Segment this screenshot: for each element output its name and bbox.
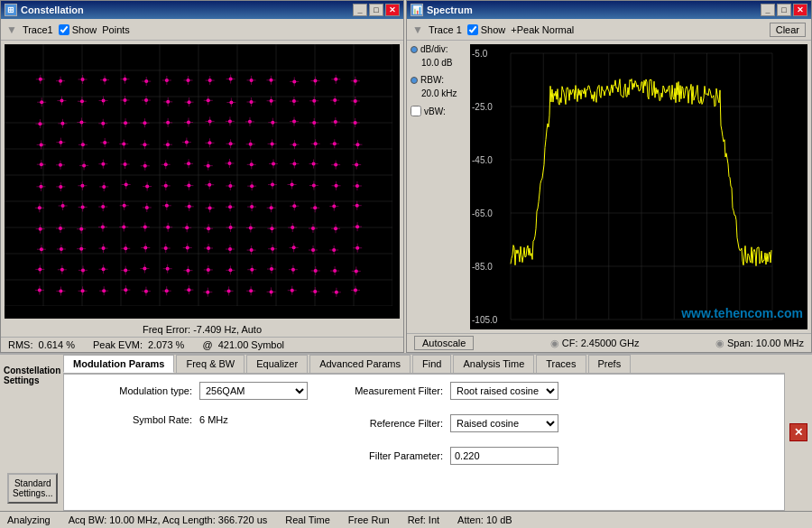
- atten-label: Atten: 10 dB: [457, 514, 512, 525]
- db-div-value: 10.0 dB: [411, 58, 466, 68]
- close-button[interactable]: ✕: [385, 4, 400, 16]
- filter-param-row: Filter Parameter:: [326, 447, 558, 465]
- analyzing-label: Analyzing: [7, 514, 51, 525]
- mod-type-label: Modulation type:: [75, 385, 192, 396]
- constellation-canvas: [5, 44, 400, 319]
- symbol-rate-value: 6 MHz: [199, 414, 228, 425]
- ref-filter-select[interactable]: Raised cosineRoot raised cosineNone: [450, 414, 558, 432]
- main-container: ⊞ Constellation _ □ ✕ ▼ Trace1 Show Poin…: [0, 0, 812, 528]
- spectrum-main: dB/div: 10.0 dB RBW: 20.0 kHz vBW: w: [407, 41, 811, 333]
- meas-filter-label: Measurement Filter:: [326, 385, 443, 396]
- points-label: Points: [102, 24, 130, 35]
- spec-minimize-button[interactable]: _: [761, 4, 775, 16]
- constellation-title: Constellation: [21, 5, 84, 15]
- constellation-settings-label: Constellation Settings: [4, 366, 60, 385]
- peak-evm-status: Peak EVM: 2.073 %: [93, 339, 184, 350]
- span-label: ◉ Span: 10.00 MHz: [715, 338, 804, 349]
- close-panel-button[interactable]: ✕: [789, 423, 807, 441]
- freq-error-label: Freq Error: -7.409 Hz, Auto: [1, 322, 403, 337]
- tab-advanced-params[interactable]: Advanced Params: [309, 355, 411, 373]
- constellation-toolbar: ▼ Trace1 Show Points: [1, 19, 403, 41]
- ref-filter-label: Reference Filter:: [326, 418, 443, 429]
- acq-bw-label: Acq BW: 10.00 MHz, Acq Length: 366.720 u…: [69, 514, 268, 525]
- spec-close-button[interactable]: ✕: [793, 4, 807, 16]
- main-tabs-area: Modulation ParamsFreq & BWEqualizerAdvan…: [63, 355, 785, 510]
- vbw-checkbox-label[interactable]: vBW:: [411, 106, 466, 116]
- spec-expand-icon[interactable]: ▼: [412, 23, 423, 36]
- spectrum-icon: 📊: [411, 4, 423, 16]
- db-div-radio[interactable]: dB/div:: [411, 44, 466, 54]
- modulation-params-form: Modulation type: 256QAM64QAM16QAMQPSKBPS…: [75, 382, 773, 474]
- tabs-row: Modulation ParamsFreq & BWEqualizerAdvan…: [63, 355, 785, 374]
- vbw-checkbox[interactable]: [411, 106, 421, 116]
- standard-btn-area: Standard Settings...: [4, 469, 60, 507]
- rms-label: RMS: 0.614 %: [8, 339, 75, 350]
- meas-filter-row: Measurement Filter: Root raised cosineRa…: [326, 382, 558, 400]
- constellation-title-bar: ⊞ Constellation _ □ ✕: [1, 1, 403, 19]
- meas-filter-select[interactable]: Root raised cosineRaised cosineNone: [450, 382, 558, 400]
- ref-filter-row: Reference Filter: Raised cosineRoot rais…: [326, 414, 558, 432]
- cf-label: ◉ CF: 2.45000 GHz: [550, 338, 640, 349]
- symbol-rate-label: Symbol Rate:: [75, 414, 192, 425]
- spectrum-toolbar: ▼ Trace 1 Show +Peak Normal Clear: [407, 19, 811, 41]
- filter-param-input[interactable]: [450, 447, 558, 465]
- spectrum-win-controls[interactable]: _ □ ✕: [761, 4, 807, 16]
- filter-param-label: Filter Parameter:: [326, 450, 443, 461]
- tab-freq-&-bw[interactable]: Freq & BW: [176, 355, 245, 373]
- right-form-col: Measurement Filter: Root raised cosineRa…: [326, 382, 558, 474]
- ref-label: Ref: Int: [408, 514, 439, 525]
- at-symbol-status: @ 421.00 Symbol: [202, 339, 284, 350]
- rbw-radio[interactable]: RBW:: [411, 75, 466, 85]
- tab-equalizer[interactable]: Equalizer: [246, 355, 308, 373]
- trace1-label: Trace1: [23, 24, 53, 35]
- standard-settings-button[interactable]: Standard Settings...: [7, 473, 58, 504]
- spec-show-checkbox[interactable]: [467, 24, 478, 35]
- spec-maximize-button[interactable]: □: [777, 4, 791, 16]
- constellation-window: ⊞ Constellation _ □ ✕ ▼ Trace1 Show Poin…: [0, 0, 404, 353]
- tab-modulation-params[interactable]: Modulation Params: [63, 355, 174, 373]
- spectrum-window: 📊 Spectrum _ □ ✕ ▼ Trace 1 Show +Peak No…: [406, 0, 812, 353]
- status-bar: Analyzing Acq BW: 10.00 MHz, Acq Length:…: [0, 511, 812, 529]
- tab-traces[interactable]: Traces: [536, 355, 586, 373]
- spectrum-title-bar: 📊 Spectrum _ □ ✕: [407, 1, 811, 19]
- maximize-button[interactable]: □: [369, 4, 383, 16]
- real-time-label: Real Time: [285, 514, 330, 525]
- spectrum-canvas: www.tehencom.com: [470, 44, 807, 329]
- mod-type-row: Modulation type: 256QAM64QAM16QAMQPSKBPS…: [75, 382, 308, 400]
- constellation-win-controls[interactable]: _ □ ✕: [353, 4, 400, 16]
- constellation-icon: ⊞: [5, 4, 17, 16]
- expand-icon[interactable]: ▼: [6, 23, 17, 36]
- left-form-col: Modulation type: 256QAM64QAM16QAMQPSKBPS…: [75, 382, 308, 474]
- free-run-label: Free Run: [348, 514, 390, 525]
- bottom-panel: Constellation Settings Standard Settings…: [0, 353, 812, 510]
- autoscale-button[interactable]: Autoscale: [414, 336, 474, 350]
- close-panel-area: ✕: [785, 355, 812, 510]
- minimize-button[interactable]: _: [353, 4, 367, 16]
- tab-find[interactable]: Find: [412, 355, 451, 373]
- tab-analysis-time[interactable]: Analysis Time: [453, 355, 534, 373]
- spectrum-title: Spectrum: [427, 5, 473, 15]
- spec-mode-label: +Peak Normal: [511, 24, 574, 35]
- tab-content: Modulation type: 256QAM64QAM16QAMQPSKBPS…: [63, 374, 785, 510]
- tab-prefs[interactable]: Prefs: [588, 355, 632, 373]
- show-checkbox[interactable]: [59, 24, 69, 35]
- show-checkbox-label[interactable]: Show: [59, 24, 97, 35]
- clear-button[interactable]: Clear: [770, 23, 806, 37]
- constellation-status: RMS: 0.614 % Peak EVM: 2.073 % @ 421.00 …: [1, 337, 403, 352]
- top-windows: ⊞ Constellation _ □ ✕ ▼ Trace1 Show Poin…: [0, 0, 812, 353]
- spectrum-bottom-bar: Autoscale ◉ CF: 2.45000 GHz ◉ Span: 10.0…: [407, 333, 811, 352]
- spec-show-label[interactable]: Show: [467, 24, 506, 35]
- spectrum-left-panel: dB/div: 10.0 dB RBW: 20.0 kHz vBW:: [407, 41, 470, 333]
- settings-sidebar: Constellation Settings Standard Settings…: [0, 355, 63, 510]
- spec-trace-label: Trace 1: [429, 24, 462, 35]
- rbw-value: 20.0 kHz: [411, 88, 466, 98]
- symbol-rate-row: Symbol Rate: 6 MHz: [75, 414, 308, 425]
- mod-type-select[interactable]: 256QAM64QAM16QAMQPSKBPSK: [199, 382, 308, 400]
